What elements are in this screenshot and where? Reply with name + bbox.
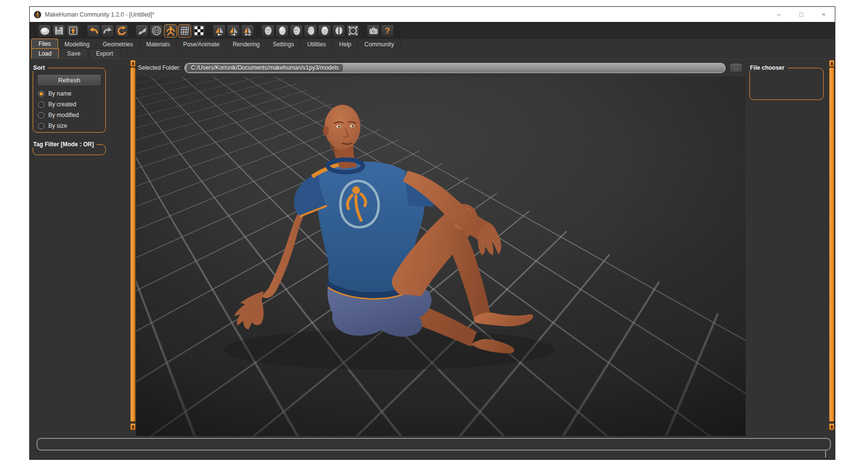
grid-toggle-icon[interactable] — [178, 24, 191, 38]
tab-rendering[interactable]: Rendering — [226, 39, 266, 49]
sort-groupbox: Sort Refresh By name By created By modif… — [33, 68, 106, 133]
tab-pose-animate[interactable]: Pose/Animate — [177, 39, 226, 49]
scroll-down-button[interactable] — [829, 423, 834, 430]
close-button[interactable]: × — [812, 7, 835, 22]
tab-files[interactable]: Files — [31, 39, 58, 49]
title-bar: MakeHuman Community 1.2.0 - [Untitled]* … — [30, 7, 835, 22]
tag-filter-groupbox: Tag Filter [Mode : OR] — [33, 144, 106, 155]
main-tab-bar: Files Modelling Geometries Materials Pos… — [30, 39, 835, 49]
view-orbit-icon[interactable] — [346, 24, 359, 38]
pose-toggle-icon[interactable] — [164, 24, 177, 38]
tab-utilities[interactable]: Utilities — [301, 39, 333, 49]
reset-icon[interactable] — [115, 24, 128, 38]
toolbar-separator — [361, 23, 365, 39]
tab-settings[interactable]: Settings — [267, 39, 301, 49]
view-top-icon[interactable] — [318, 24, 331, 38]
view-left-icon[interactable] — [290, 24, 303, 38]
window-title: MakeHuman Community 1.2.0 - [Untitled]* — [45, 11, 155, 18]
radio-dot[interactable] — [38, 112, 44, 118]
progress-bar — [37, 438, 831, 451]
scroll-thumb[interactable] — [829, 67, 834, 422]
smooth-toggle-icon[interactable] — [136, 24, 149, 38]
toolbar-separator — [81, 23, 85, 39]
left-scrollbar[interactable] — [130, 59, 136, 436]
selected-folder-label: Selected Folder: — [138, 64, 180, 71]
tab-materials[interactable]: Materials — [140, 39, 177, 49]
tab-save[interactable]: Save — [60, 48, 88, 59]
maximize-button[interactable]: □ — [790, 7, 812, 22]
scroll-up-button[interactable] — [130, 60, 136, 67]
radio-by-modified[interactable]: By modified — [38, 112, 100, 118]
wireframe-toggle-icon[interactable] — [150, 24, 163, 38]
help-icon[interactable]: ? — [381, 24, 394, 38]
view-front-icon[interactable] — [261, 24, 275, 38]
view-back-icon[interactable] — [276, 24, 289, 38]
save-model-icon[interactable] — [52, 24, 65, 38]
tab-load[interactable]: Load — [31, 48, 59, 59]
symmetry-both-icon[interactable] — [241, 24, 254, 38]
center-column: Selected Folder: C:/Users/Korisnik/Docum… — [136, 59, 746, 436]
background-toggle-icon[interactable] — [192, 24, 205, 38]
right-scrollbar[interactable] — [829, 59, 835, 436]
toolbar-separator — [130, 23, 134, 39]
file-chooser-panel: File chooser — [746, 59, 829, 436]
file-chooser-title: File chooser — [750, 64, 788, 71]
minimize-button[interactable]: – — [768, 7, 790, 22]
resize-grip[interactable] — [825, 450, 826, 457]
toolbar-separator — [32, 23, 37, 39]
makehuman-logo-icon — [34, 11, 41, 19]
view-right-icon[interactable] — [304, 24, 317, 38]
sort-title: Sort — [33, 64, 48, 71]
radio-by-size[interactable]: By size — [38, 122, 100, 129]
left-sidebar: Sort Refresh By name By created By modif… — [30, 59, 130, 436]
status-bar-area — [30, 436, 835, 459]
tag-filter-title: Tag Filter [Mode : OR] — [33, 141, 97, 148]
refresh-button[interactable]: Refresh — [37, 74, 101, 86]
radio-by-created[interactable]: By created — [38, 101, 100, 108]
toolbar-separator — [207, 23, 211, 39]
radio-by-name[interactable]: By name — [38, 90, 100, 97]
undo-icon[interactable] — [87, 24, 100, 38]
tab-geometries[interactable]: Geometries — [97, 39, 140, 49]
file-chooser-groupbox: File chooser — [750, 68, 824, 100]
toolbar-separator — [256, 23, 260, 39]
radio-dot[interactable] — [38, 101, 44, 108]
screenshot-camera-icon[interactable] — [367, 24, 380, 38]
selected-folder-row: Selected Folder: C:/Users/Korisnik/Docum… — [138, 62, 743, 74]
radio-dot[interactable] — [38, 91, 44, 97]
file-tab-bar: Load Save Export — [30, 49, 835, 59]
symmetry-left-icon[interactable] — [213, 24, 226, 38]
viewport-3d[interactable] — [136, 77, 746, 436]
symmetry-right-icon[interactable] — [227, 24, 240, 38]
radio-dot[interactable] — [38, 123, 44, 129]
load-model-icon[interactable] — [66, 24, 79, 38]
new-model-icon[interactable] — [38, 24, 51, 38]
browse-folder-button[interactable]: ... — [730, 63, 743, 73]
human-model — [136, 77, 746, 436]
tab-modelling[interactable]: Modelling — [58, 39, 96, 49]
main-content: Sort Refresh By name By created By modif… — [30, 59, 835, 436]
makehuman-window: MakeHuman Community 1.2.0 - [Untitled]* … — [29, 6, 835, 460]
tab-help[interactable]: Help — [333, 39, 358, 49]
scroll-up-button[interactable] — [829, 60, 834, 67]
view-split-icon[interactable] — [332, 24, 345, 38]
help-glyph: ? — [385, 27, 390, 35]
main-toolbar: ? — [30, 22, 835, 39]
selected-folder-path: C:/Users/Korisnik/Documents/makehuman/v1… — [187, 64, 342, 72]
redo-icon[interactable] — [101, 24, 114, 38]
toolbar-separator — [395, 23, 400, 39]
tab-community[interactable]: Community — [358, 39, 401, 49]
scroll-thumb[interactable] — [130, 67, 136, 422]
selected-folder-field[interactable]: C:/Users/Korisnik/Documents/makehuman/v1… — [184, 63, 726, 73]
scroll-down-button[interactable] — [130, 423, 136, 430]
tab-export[interactable]: Export — [89, 48, 120, 59]
